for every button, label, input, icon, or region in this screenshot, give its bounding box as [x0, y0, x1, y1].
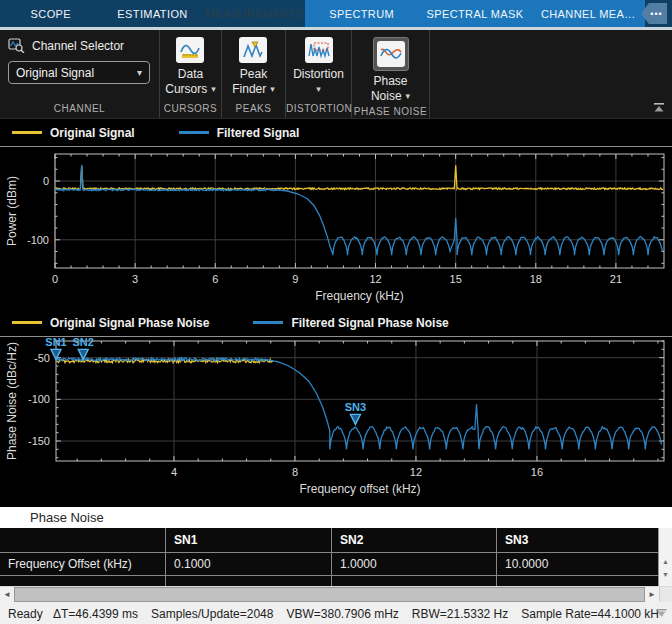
group-label-cursors: CURSORS — [160, 101, 221, 118]
phase-noise-label1: Phase — [373, 74, 407, 89]
svg-text:SN1: SN1 — [45, 337, 66, 348]
data-cursors-icon — [176, 37, 204, 63]
section-cursors: Data Cursors ▾ CURSORS — [160, 30, 222, 118]
cell-partial — [0, 576, 166, 586]
svg-text:Frequency (kHz): Frequency (kHz) — [315, 289, 404, 303]
svg-text:SN2: SN2 — [73, 337, 94, 348]
svg-text:SN3: SN3 — [345, 401, 366, 413]
scroll-down-icon[interactable]: ▼ — [660, 569, 672, 580]
cell-sn2-value: 1.0000 — [332, 553, 497, 575]
distortion-label: Distortion — [293, 67, 344, 82]
svg-text:0: 0 — [43, 175, 49, 187]
group-label-peaks: PEAKS — [222, 101, 285, 118]
svg-text:12: 12 — [410, 466, 422, 478]
svg-text:9: 9 — [292, 273, 298, 285]
header-cell-sn3: SN3 — [497, 528, 658, 552]
legend-label: Original Signal — [50, 126, 135, 140]
peak-finder-icon — [239, 37, 267, 63]
phase-noise-plot[interactable]: 481216-50-100-150Frequency offset (kHz)P… — [0, 337, 672, 501]
cell-sn3-value: 10.0000 — [497, 553, 658, 575]
tab-measurements[interactable]: MEASUREMENTS — [203, 0, 305, 27]
scroll-up-icon[interactable]: ▲ — [660, 556, 672, 567]
table-vertical-scrollbar[interactable]: ▲ ▼ — [658, 528, 672, 586]
tab-spectrum[interactable]: SPECTRUM — [305, 0, 418, 27]
horizontal-scrollbar[interactable]: ◄ ► — [0, 586, 672, 602]
legend-label: Filtered Signal — [217, 126, 300, 140]
chevron-down-icon: ▾ — [211, 82, 216, 97]
svg-text:8: 8 — [292, 466, 298, 478]
legend-item-original-signal: Original Signal — [12, 126, 135, 140]
header-cell-empty — [0, 528, 166, 552]
toolstrip-tabbar: SCOPE ESTIMATION MEASUREMENTS SPECTRUM S… — [0, 0, 672, 27]
status-vbw: VBW=380.7906 mHz — [286, 607, 398, 621]
table-header-row: SN1 SN2 SN3 — [0, 528, 658, 553]
svg-text:6: 6 — [212, 273, 218, 285]
legend-label: Original Signal Phase Noise — [50, 316, 209, 330]
legend-line-blue — [253, 321, 283, 324]
phase-noise-icon — [377, 41, 405, 67]
tab-estimation[interactable]: ESTIMATION — [102, 0, 204, 27]
svg-text:21: 21 — [610, 273, 622, 285]
phase-noise-button[interactable]: Phase Noise ▾ — [371, 30, 410, 104]
legend-item-filtered-signal: Filtered Signal — [179, 126, 300, 140]
spectrum-plot[interactable]: 0369121518210-100Frequency (kHz)Power (d… — [0, 147, 672, 309]
section-channel: Channel Selector Original Signal ▾ CHANN… — [0, 30, 160, 118]
distortion-icon — [305, 37, 333, 63]
channel-selector-label: Channel Selector — [32, 39, 124, 53]
status-ready: Ready — [8, 607, 53, 621]
tab-spectral-mask[interactable]: SPECTRAL MASK — [418, 0, 531, 27]
status-delta-t: ΔT=46.4399 ms — [53, 607, 138, 621]
section-phase-noise: Phase Noise ▾ PHASE NOISE — [352, 30, 430, 118]
group-label-channel: CHANNEL — [0, 101, 159, 118]
chevron-down-icon: ▾ — [137, 67, 142, 78]
group-label-distortion: DISTORTION — [286, 101, 351, 118]
data-cursors-label2: Cursors — [165, 82, 207, 97]
distortion-button[interactable]: Distortion ▾ — [293, 30, 344, 97]
tab-scope[interactable]: SCOPE — [0, 0, 102, 27]
marker-sn2[interactable]: SN2 — [73, 337, 94, 359]
data-cursors-button[interactable]: Data Cursors ▾ — [165, 30, 216, 97]
scope-display: Original Signal Filtered Signal 03691215… — [0, 118, 672, 501]
chevron-down-icon: ▾ — [406, 89, 411, 104]
legend-phase-noise: Original Signal Phase Noise Filtered Sig… — [0, 309, 672, 337]
scroll-left-icon[interactable]: ◄ — [0, 587, 14, 602]
table-row: Frequency Offset (kHz) 0.1000 1.0000 10.… — [0, 553, 658, 576]
cell-partial — [332, 576, 497, 586]
svg-text:Phase Noise (dBc/Hz): Phase Noise (dBc/Hz) — [5, 342, 19, 460]
status-samples-update: Samples/Update=2048 — [151, 607, 273, 621]
svg-text:Frequency offset (kHz): Frequency offset (kHz) — [299, 482, 420, 496]
svg-text:-100: -100 — [28, 393, 50, 405]
svg-text:0: 0 — [52, 273, 58, 285]
status-rbw: RBW=21.5332 Hz — [412, 607, 508, 621]
toolstrip: Channel Selector Original Signal ▾ CHANN… — [0, 30, 672, 118]
legend-line-yellow — [12, 321, 42, 324]
dock-panel-icon[interactable] — [655, 608, 668, 618]
header-cell-sn2: SN2 — [332, 528, 497, 552]
channel-dropdown-value: Original Signal — [16, 66, 137, 80]
collapse-toolstrip-icon[interactable] — [652, 102, 666, 113]
svg-text:12: 12 — [369, 273, 381, 285]
chevron-down-icon: ▾ — [270, 82, 275, 97]
svg-text:Power (dBm): Power (dBm) — [5, 176, 19, 246]
phase-noise-panel-title: Phase Noise — [0, 507, 672, 528]
phase-noise-table: SN1 SN2 SN3 Frequency Offset (kHz) 0.100… — [0, 528, 672, 586]
table-row-partial — [0, 576, 658, 586]
cell-sn1-value: 0.1000 — [166, 553, 332, 575]
phase-noise-label2: Noise — [371, 89, 402, 104]
svg-text:-100: -100 — [27, 234, 49, 246]
status-sample-rate: Sample Rate=44.1000 kH — [521, 607, 659, 621]
scroll-right-icon[interactable]: ► — [645, 587, 659, 602]
channel-selector-button[interactable]: Channel Selector — [8, 38, 124, 53]
peak-finder-button[interactable]: Peak Finder ▾ — [232, 30, 275, 97]
tab-channel-measurements[interactable]: CHANNEL MEA… — [532, 0, 645, 27]
svg-text:16: 16 — [531, 466, 543, 478]
legend-label: Filtered Signal Phase Noise — [291, 316, 448, 330]
cell-partial — [166, 576, 332, 586]
peak-finder-label2: Finder — [232, 82, 266, 97]
cell-partial — [497, 576, 658, 586]
scrollbar-thumb[interactable] — [14, 587, 645, 602]
chevron-down-icon: ▾ — [316, 82, 321, 97]
channel-dropdown[interactable]: Original Signal ▾ — [8, 61, 150, 84]
legend-item-original-phase-noise: Original Signal Phase Noise — [12, 316, 209, 330]
marker-sn3[interactable]: SN3 — [345, 401, 366, 424]
